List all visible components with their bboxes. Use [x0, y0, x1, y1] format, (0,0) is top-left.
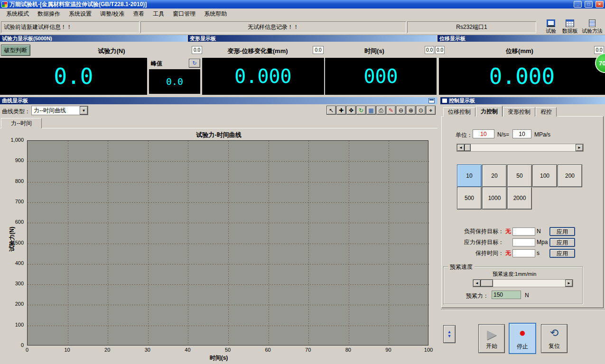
preset-50-button[interactable]: 50 [507, 164, 532, 187]
menu-view[interactable]: 查看 [129, 9, 149, 18]
hold-time-apply-button[interactable]: 应用 [549, 249, 575, 258]
scroll-left-icon[interactable] [457, 144, 465, 151]
menu-data-operations[interactable]: 数据操作 [33, 9, 65, 18]
preset-20-button[interactable]: 20 [482, 164, 507, 187]
plot-area[interactable] [27, 140, 428, 346]
scroll-left-icon[interactable] [473, 280, 481, 287]
x-axis-label: 时间(s) [0, 354, 437, 362]
zoom-window-icon[interactable] [416, 106, 426, 115]
maximize-button[interactable]: □ [585, 1, 593, 8]
preload-group-title: 预紧速度 [448, 263, 475, 271]
menu-window-manage[interactable]: 窗口管理 [168, 9, 200, 18]
tab-deform-control[interactable]: 变形控制 [503, 107, 535, 117]
deform-led-display: 0.000 [202, 58, 324, 95]
load-hold-unit: N [535, 228, 548, 235]
zoom-in-icon[interactable] [406, 106, 416, 115]
minimize-button[interactable]: _ [574, 1, 582, 8]
menu-system-help[interactable]: 系统帮助 [200, 9, 231, 18]
specimen-notice: 试验前请新建试样信息！！ [1, 21, 140, 33]
stress-rate-input[interactable] [512, 129, 531, 138]
hold-time-label: 保持时间： [443, 249, 504, 257]
jog-up-down-button[interactable] [443, 325, 456, 343]
stop-button[interactable]: 停止 [509, 323, 536, 354]
restore-window-icon[interactable] [428, 98, 435, 103]
print-icon[interactable] [376, 106, 386, 115]
pan-icon[interactable] [346, 106, 356, 115]
scroll-right-icon[interactable] [576, 144, 583, 151]
test-method-toolbar-button[interactable]: 试验方法 [580, 19, 605, 35]
zoom-reset-icon[interactable] [426, 106, 436, 115]
force-small-value: 0.0 [192, 46, 202, 54]
chart-title: 试验力-时间曲线 [0, 131, 437, 139]
preset-500-button[interactable]: 500 [457, 187, 482, 209]
tab-program-control[interactable]: 程控 [536, 107, 557, 117]
preset-100-button[interactable]: 100 [532, 164, 557, 187]
chevron-down-icon[interactable] [80, 106, 88, 115]
menu-system-settings[interactable]: 系统设置 [65, 9, 96, 18]
menu-adjust-calibrate[interactable]: 调整/校准 [96, 9, 129, 18]
method-doc-icon [589, 19, 596, 27]
stress-hold-input[interactable] [512, 238, 535, 246]
tab-force-control[interactable]: 力控制 [476, 106, 503, 117]
test-toolbar-label: 试验 [546, 27, 556, 34]
hold-time-row: 保持时间： 无 s 应用 [443, 248, 575, 258]
force-label: 试验力(N) [33, 47, 190, 55]
peak-led-display: 0.0 [149, 69, 200, 94]
load-hold-apply-button[interactable]: 应用 [549, 227, 575, 236]
time-small-value-1: 0.0 [425, 46, 434, 54]
peak-label: 峰值 [151, 60, 162, 68]
preset-1000-button[interactable]: 1000 [482, 187, 507, 209]
data-grid-icon [566, 19, 574, 27]
preset-10-button[interactable]: 10 [457, 164, 482, 187]
select-icon[interactable] [326, 106, 336, 115]
data-board-toolbar-button[interactable]: 数据板 [559, 19, 581, 35]
close-button[interactable]: ✕ [596, 1, 604, 8]
curve-type-select[interactable]: 力--时间曲线 [31, 106, 88, 115]
force-rate-input[interactable] [473, 129, 494, 138]
zoom-out-icon[interactable] [396, 106, 406, 115]
test-method-toolbar-label: 试验方法 [582, 27, 603, 34]
time-label: 时间(s) [326, 47, 422, 55]
hold-time-input[interactable] [512, 249, 535, 257]
menu-tools[interactable]: 工具 [149, 9, 168, 18]
y-tick-label: 500 [0, 240, 25, 246]
stop-icon [519, 327, 526, 338]
displacement-label: 位移(mm) [446, 47, 593, 55]
start-label: 开始 [486, 342, 497, 350]
tab-displacement-control[interactable]: 位移控制 [443, 107, 475, 117]
preset-2000-button[interactable]: 2000 [507, 187, 532, 209]
scroll-thumb[interactable] [465, 144, 471, 151]
window-title: 万能试验机-[金属材料室温拉伸试验(GB/T228.1-2010)] [9, 0, 571, 9]
data-board-toolbar-label: 数据板 [562, 27, 578, 34]
preload-force-unit: N [525, 292, 529, 299]
y-tick-label: 400 [0, 260, 25, 266]
y-tick-label: 300 [0, 281, 25, 286]
refresh-icon[interactable] [356, 106, 366, 115]
curve-type-label: 曲线类型： [2, 108, 30, 116]
control-tab-strip: 位移控制 力控制 变形控制 程控 [443, 106, 557, 117]
x-tick-label: 80 [338, 347, 359, 353]
scroll-right-icon[interactable] [565, 280, 573, 287]
load-hold-input[interactable] [512, 228, 535, 236]
x-tick-label: 90 [378, 347, 399, 353]
stress-hold-unit: Mpa [535, 239, 548, 246]
stop-label: 停止 [517, 343, 528, 351]
preset-200-button[interactable]: 200 [558, 164, 582, 187]
reset-button[interactable]: 复位 [541, 324, 568, 353]
pen-icon[interactable] [386, 106, 396, 115]
crosshair-icon[interactable] [336, 106, 346, 115]
scroll-thumb[interactable] [481, 280, 493, 287]
rate-scrollbar[interactable] [456, 144, 584, 152]
load-hold-flag: 无 [504, 228, 512, 236]
force-led-display: 0.0 [0, 58, 147, 95]
menu-system-mode[interactable]: 系统模式 [2, 9, 33, 18]
preload-force-input[interactable] [492, 291, 521, 299]
preload-speed-scrollbar[interactable] [473, 279, 573, 287]
tab-force-time-curve[interactable]: 力--时间 [1, 118, 42, 128]
x-tick-label: 40 [177, 347, 198, 353]
peak-reset-icon[interactable] [189, 59, 200, 68]
start-button[interactable]: 开始 [478, 324, 505, 353]
stress-hold-apply-button[interactable]: 应用 [549, 238, 575, 247]
break-judge-button[interactable]: 破型判断 [1, 45, 30, 56]
save-icon[interactable] [366, 106, 376, 115]
